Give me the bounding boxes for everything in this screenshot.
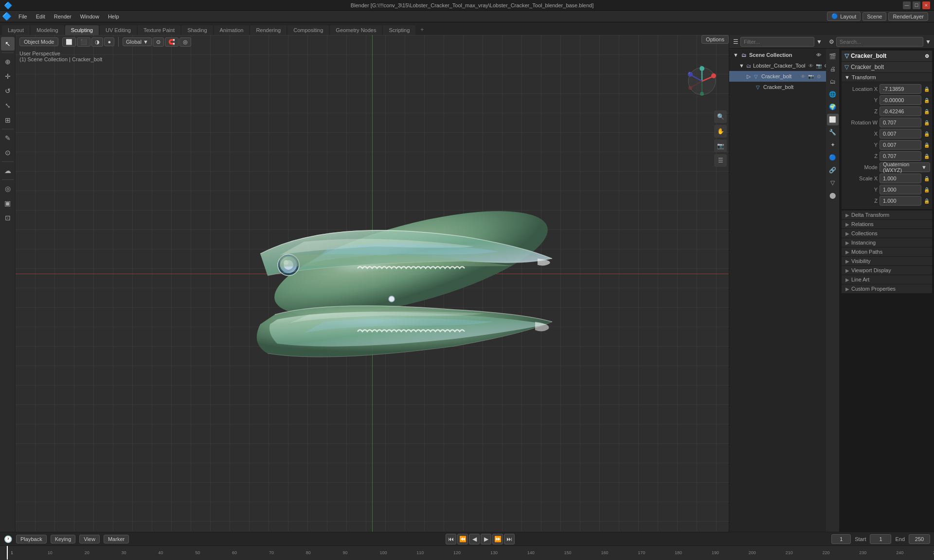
cracker-bolt-vis-icon[interactable]: 👁 (800, 73, 807, 80)
rotation-mode-value[interactable]: Quaternion (WXYZ) ▼ (880, 162, 930, 172)
render-layer-selector[interactable]: RenderLayer (888, 12, 928, 21)
instancing-section[interactable]: ▶ Instancing (842, 238, 932, 247)
tab-sculpting[interactable]: Sculpting (65, 25, 99, 35)
outliner-cracker-bolt-data[interactable]: ▽ Cracker_bolt (729, 82, 826, 92)
outliner-search-input[interactable] (740, 37, 814, 47)
viewport-transform-global[interactable]: Global ▼ (123, 37, 152, 46)
tool-annotate[interactable]: ✎ (1, 131, 15, 145)
menu-window[interactable]: Window (76, 13, 103, 20)
rotation-x-lock-icon[interactable]: 🔒 (923, 130, 930, 137)
play-back-button[interactable]: ◀ (469, 534, 480, 544)
object-settings-icon[interactable]: ⚙ (925, 53, 929, 59)
cracker-bolt-render-icon[interactable]: ⚙ (815, 73, 822, 80)
location-x-value[interactable]: -7.13859 (880, 84, 921, 94)
engine-selector[interactable]: 🔵Layout (827, 12, 861, 21)
tab-rendering[interactable]: Rendering (250, 25, 287, 35)
tool-select[interactable]: ↖ (1, 37, 15, 51)
properties-search-input[interactable] (836, 37, 923, 47)
transform-section-header[interactable]: ▼ Transform (842, 73, 932, 82)
collection-vis-button[interactable]: ☰ (714, 154, 727, 167)
relations-section[interactable]: ▶ Relations (842, 219, 932, 228)
tab-modeling[interactable]: Modeling (31, 25, 64, 35)
jump-end-button[interactable]: ⏭ (504, 534, 515, 544)
tab-layout[interactable]: Layout (2, 25, 30, 35)
object-mode-button[interactable]: Object Mode (19, 37, 58, 46)
viewport-options-button[interactable]: Options (701, 35, 729, 44)
rotation-y-value[interactable]: 0.007 (880, 140, 921, 150)
scale-z-value[interactable]: 1.000 (880, 196, 921, 206)
current-frame-display[interactable]: 1 (831, 534, 851, 544)
collections-section[interactable]: ▶ Collections (842, 228, 932, 238)
props-tab-particles[interactable]: ✦ (827, 139, 839, 151)
location-x-lock-icon[interactable]: 🔒 (923, 86, 930, 92)
keying-button[interactable]: Keying (51, 535, 76, 543)
tab-scripting[interactable]: Scripting (383, 25, 415, 35)
menu-help[interactable]: Help (104, 13, 123, 20)
viewport-shading-render[interactable]: ● (104, 37, 114, 46)
props-tab-physics[interactable]: 🔵 (827, 152, 839, 163)
props-tab-material[interactable]: ⬤ (827, 190, 839, 201)
viewport[interactable]: Object Mode ⬜ ⬛ ◑ ● Global ▼ ⊙ 🧲 ◎ User … (16, 35, 729, 532)
delta-transform-section[interactable]: ▶ Delta Transform (842, 210, 932, 219)
rotation-x-value[interactable]: 0.007 (880, 129, 921, 139)
outliner-cracker-tool-collection[interactable]: ▼ 🗂 Lobster_Cracker_Tool 👁 📷 ⚙ (729, 60, 826, 71)
properties-filter-icon[interactable]: ▼ (925, 38, 931, 45)
viewport-gizmo[interactable]: Y X Z (685, 64, 719, 98)
outliner-filter-icon[interactable]: ▼ (816, 38, 822, 45)
props-tab-render[interactable]: 🎬 (827, 51, 839, 62)
tool-extra-1[interactable]: ◎ (1, 182, 15, 195)
tab-shading[interactable]: Shading (181, 25, 213, 35)
menu-file[interactable]: File (15, 13, 31, 20)
next-keyframe-button[interactable]: ⏩ (492, 534, 503, 544)
maximize-button[interactable]: ☐ (913, 1, 920, 9)
start-frame-value[interactable]: 1 (870, 534, 891, 544)
cracker-bolt-cam-icon[interactable]: 📷 (808, 73, 814, 80)
props-tab-world[interactable]: 🌍 (827, 101, 839, 113)
tool-cursor[interactable]: ⊕ (1, 55, 15, 69)
prev-keyframe-button[interactable]: ⏪ (457, 534, 468, 544)
jump-start-button[interactable]: ⏮ (446, 534, 456, 544)
location-y-value[interactable]: -0.00000 (880, 95, 921, 105)
playback-button[interactable]: Playback (16, 535, 47, 543)
location-z-value[interactable]: -0.42246 (880, 106, 921, 116)
rotation-z-lock-icon[interactable]: 🔒 (923, 153, 930, 159)
tab-uv-editing[interactable]: UV Editing (100, 25, 137, 35)
timeline-ruler[interactable]: 1 10 20 30 40 50 60 70 80 90 100 110 120… (0, 546, 934, 560)
vis-eye-icon[interactable]: 👁 (815, 52, 822, 58)
menu-render[interactable]: Render (50, 13, 75, 20)
viewport-shading-wire[interactable]: ⬜ (62, 37, 76, 47)
tool-extra-2[interactable]: ▣ (1, 196, 15, 210)
scale-y-value[interactable]: 1.000 (880, 185, 921, 194)
tool-scale[interactable]: ⤡ (1, 99, 15, 112)
viewport-snapping[interactable]: 🧲 (165, 37, 179, 47)
viewport-shading-solid[interactable]: ⬛ (77, 37, 90, 47)
tab-compositing[interactable]: Compositing (287, 25, 329, 35)
pan-button[interactable]: ✋ (714, 125, 727, 138)
scale-x-value[interactable]: 1.000 (880, 174, 921, 183)
zoom-in-button[interactable]: 🔍 (714, 110, 727, 123)
scale-z-lock-icon[interactable]: 🔒 (923, 197, 930, 204)
tool-move[interactable]: ✛ (1, 70, 15, 83)
tab-animation[interactable]: Animation (214, 25, 250, 35)
tab-geometry-nodes[interactable]: Geometry Nodes (330, 25, 382, 35)
scale-y-lock-icon[interactable]: 🔒 (923, 186, 930, 193)
scale-x-lock-icon[interactable]: 🔒 (923, 175, 930, 182)
play-forward-button[interactable]: ▶ (481, 534, 491, 544)
tool-rotate[interactable]: ↺ (1, 84, 15, 98)
props-tab-output[interactable]: 🖨 (827, 63, 839, 75)
cracker-tool-cam-icon[interactable]: 📷 (815, 62, 822, 69)
line-art-section[interactable]: ▶ Line Art (842, 275, 932, 284)
scene-selector[interactable]: Scene (862, 12, 886, 21)
tool-add[interactable]: ☁ (1, 164, 15, 177)
props-tab-object[interactable]: ⬜ (827, 114, 839, 125)
props-tab-scene[interactable]: 🌐 (827, 88, 839, 100)
viewport-proportional[interactable]: ◎ (180, 37, 191, 47)
tool-measure[interactable]: ⊙ (1, 146, 15, 159)
location-y-lock-icon[interactable]: 🔒 (923, 97, 930, 104)
close-button[interactable]: ✕ (922, 1, 930, 9)
outliner-cracker-bolt-obj[interactable]: ▷ ▽ Cracker_bolt 👁 📷 ⚙ (729, 71, 826, 82)
visibility-section[interactable]: ▶ Visibility (842, 256, 932, 265)
props-tab-constraints[interactable]: 🔗 (827, 164, 839, 176)
viewport-pivot[interactable]: ⊙ (153, 37, 164, 47)
minimize-button[interactable]: — (903, 1, 911, 9)
